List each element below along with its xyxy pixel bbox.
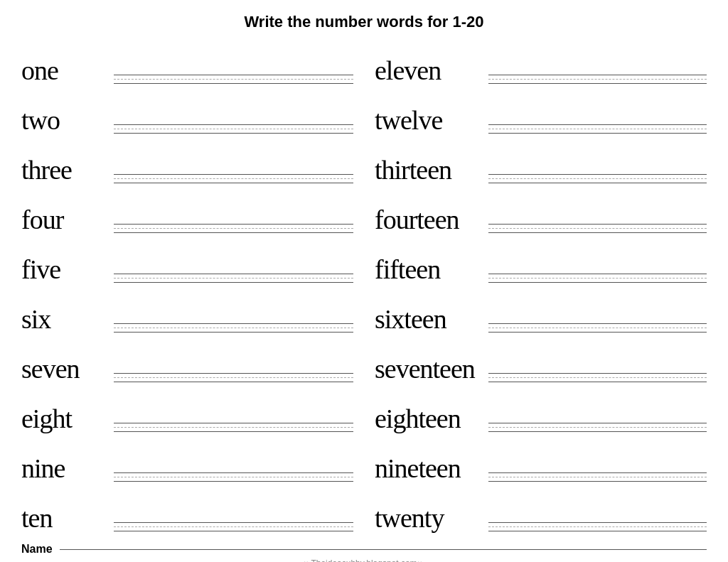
top-line bbox=[114, 323, 353, 324]
writing-lines-three[interactable] bbox=[114, 174, 353, 186]
base-line bbox=[114, 382, 353, 382]
word-row-fifteen: fifteen bbox=[375, 237, 707, 286]
base-line bbox=[114, 431, 353, 432]
base-line bbox=[488, 531, 707, 531]
writing-lines-five[interactable] bbox=[114, 274, 353, 286]
base-line bbox=[488, 481, 707, 482]
base-line bbox=[114, 83, 353, 84]
writing-lines-seventeen[interactable] bbox=[488, 373, 707, 385]
mid-line bbox=[488, 328, 707, 328]
word-row-eight: eight bbox=[21, 387, 353, 435]
writing-lines-sixteen[interactable] bbox=[488, 323, 707, 335]
top-line bbox=[488, 472, 707, 473]
base-line bbox=[488, 133, 707, 134]
word-label-five: five bbox=[21, 256, 114, 286]
base-line bbox=[114, 332, 353, 333]
top-line bbox=[114, 423, 353, 423]
left-column: onetwothreefourfivesixseveneightnineten bbox=[21, 38, 368, 536]
base-line bbox=[488, 431, 707, 432]
word-row-twenty: twenty bbox=[375, 486, 707, 534]
mid-line bbox=[488, 228, 707, 229]
name-line[interactable] bbox=[60, 549, 707, 550]
writing-lines-nineteen[interactable] bbox=[488, 472, 707, 485]
word-row-sixteen: sixteen bbox=[375, 287, 707, 335]
top-line bbox=[488, 224, 707, 225]
writing-lines-eighteen[interactable] bbox=[488, 423, 707, 435]
word-label-eleven: eleven bbox=[375, 57, 488, 87]
writing-lines-twenty[interactable] bbox=[488, 522, 707, 534]
top-line bbox=[488, 75, 707, 75]
writing-lines-fourteen[interactable] bbox=[488, 224, 707, 236]
base-line bbox=[114, 183, 353, 183]
base-line bbox=[488, 232, 707, 233]
top-line bbox=[114, 472, 353, 473]
top-line bbox=[488, 274, 707, 274]
mid-line bbox=[488, 278, 707, 279]
word-label-four: four bbox=[21, 206, 114, 236]
mid-line bbox=[114, 328, 353, 328]
mid-line bbox=[488, 79, 707, 80]
top-line bbox=[488, 323, 707, 324]
page-title: Write the number words for 1-20 bbox=[21, 13, 707, 31]
word-row-one: one bbox=[21, 38, 353, 87]
mid-line bbox=[114, 228, 353, 229]
word-row-seventeen: seventeen bbox=[375, 337, 707, 385]
word-row-two: two bbox=[21, 88, 353, 136]
word-label-three: three bbox=[21, 156, 114, 186]
mid-line bbox=[114, 129, 353, 129]
top-line bbox=[114, 274, 353, 274]
mid-line bbox=[114, 377, 353, 378]
base-line bbox=[114, 282, 353, 283]
mid-line bbox=[488, 427, 707, 428]
top-line bbox=[114, 75, 353, 75]
footer-text: ❧Theideacubby.blogspot.com❧ bbox=[21, 558, 707, 562]
mid-line bbox=[114, 477, 353, 477]
writing-lines-one[interactable] bbox=[114, 75, 353, 87]
top-line bbox=[488, 423, 707, 423]
mid-line bbox=[488, 129, 707, 129]
word-row-ten: ten bbox=[21, 486, 353, 534]
top-line bbox=[114, 224, 353, 225]
writing-lines-nine[interactable] bbox=[114, 472, 353, 485]
name-section: Name bbox=[21, 540, 707, 556]
writing-lines-four[interactable] bbox=[114, 224, 353, 236]
top-line bbox=[488, 522, 707, 523]
word-label-nine: nine bbox=[21, 455, 114, 485]
top-line bbox=[114, 522, 353, 523]
word-row-three: three bbox=[21, 138, 353, 186]
word-row-five: five bbox=[21, 237, 353, 286]
mid-line bbox=[114, 178, 353, 179]
writing-lines-eleven[interactable] bbox=[488, 75, 707, 87]
writing-lines-ten[interactable] bbox=[114, 522, 353, 534]
word-row-nineteen: nineteen bbox=[375, 436, 707, 485]
writing-lines-seven[interactable] bbox=[114, 373, 353, 385]
right-column: eleventwelvethirteenfourteenfifteensixte… bbox=[368, 38, 707, 536]
writing-lines-fifteen[interactable] bbox=[488, 274, 707, 286]
top-line bbox=[114, 174, 353, 175]
word-row-fourteen: fourteen bbox=[375, 188, 707, 236]
top-line bbox=[488, 373, 707, 374]
mid-line bbox=[488, 477, 707, 477]
word-label-fifteen: fifteen bbox=[375, 256, 488, 286]
word-label-ten: ten bbox=[21, 504, 114, 534]
word-row-eleven: eleven bbox=[375, 38, 707, 87]
word-label-nineteen: nineteen bbox=[375, 455, 488, 485]
writing-lines-twelve[interactable] bbox=[488, 124, 707, 136]
name-label: Name bbox=[21, 543, 53, 556]
word-label-sixteen: sixteen bbox=[375, 306, 488, 335]
writing-lines-eight[interactable] bbox=[114, 423, 353, 435]
word-row-seven: seven bbox=[21, 337, 353, 385]
mid-line bbox=[488, 526, 707, 527]
writing-lines-two[interactable] bbox=[114, 124, 353, 136]
base-line bbox=[114, 531, 353, 531]
word-label-two: two bbox=[21, 107, 114, 136]
base-line bbox=[488, 83, 707, 84]
word-label-fourteen: fourteen bbox=[375, 206, 488, 236]
top-line bbox=[488, 174, 707, 175]
writing-lines-six[interactable] bbox=[114, 323, 353, 335]
writing-lines-thirteen[interactable] bbox=[488, 174, 707, 186]
top-line bbox=[114, 373, 353, 374]
word-label-seventeen: seventeen bbox=[375, 355, 488, 385]
top-line bbox=[114, 124, 353, 125]
base-line bbox=[488, 282, 707, 283]
